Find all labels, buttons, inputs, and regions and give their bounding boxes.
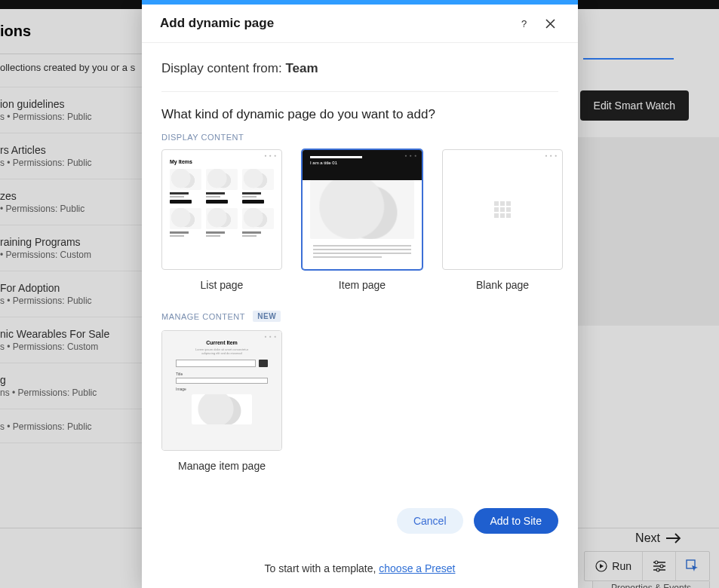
item-page-option[interactable]: ● ● ● I am a title 01 Item page (302, 149, 422, 291)
modal-title: Add dynamic page (160, 16, 514, 31)
source-name: Team (285, 61, 318, 75)
section-manage-content: MANAGE CONTENT NEW (161, 309, 558, 323)
close-icon (545, 19, 555, 29)
blank-page-label: Blank page (476, 279, 529, 291)
add-to-site-button[interactable]: Add to Site (474, 508, 559, 534)
section-display-content: DISPLAY CONTENT (161, 133, 558, 142)
page-type-question: What kind of dynamic page do you want to… (161, 107, 558, 122)
footer-template-text: To start with a template, choose a Prese… (161, 562, 558, 574)
cancel-button[interactable]: Cancel (397, 508, 463, 534)
item-page-label: Item page (339, 279, 386, 291)
source-label: Display content from: (161, 61, 285, 75)
add-dynamic-page-modal: Add dynamic page ? Display content from:… (142, 0, 578, 588)
svg-text:?: ? (521, 18, 527, 29)
choose-preset-link[interactable]: choose a Preset (379, 562, 455, 574)
content-source-line: Display content from: Team (161, 61, 558, 76)
blank-page-option[interactable]: ● ● ● Blank page (442, 149, 563, 291)
thumb-item-title: I am a title 01 (310, 161, 337, 165)
thumb-manage-title: Current Item (176, 340, 268, 345)
list-page-label: List page (201, 279, 244, 291)
manage-item-page-label: Manage item page (178, 460, 266, 472)
thumb-list-title: My Items (170, 159, 274, 164)
manage-item-page-option[interactable]: ● ● ● Current Item Lorem ipsum dolor sit… (161, 330, 282, 472)
help-button[interactable]: ? (514, 15, 533, 32)
help-icon: ? (518, 18, 529, 29)
list-page-option[interactable]: ● ● ● My Items List page (161, 149, 282, 291)
close-button[interactable] (541, 16, 560, 32)
new-badge: NEW (253, 311, 281, 322)
